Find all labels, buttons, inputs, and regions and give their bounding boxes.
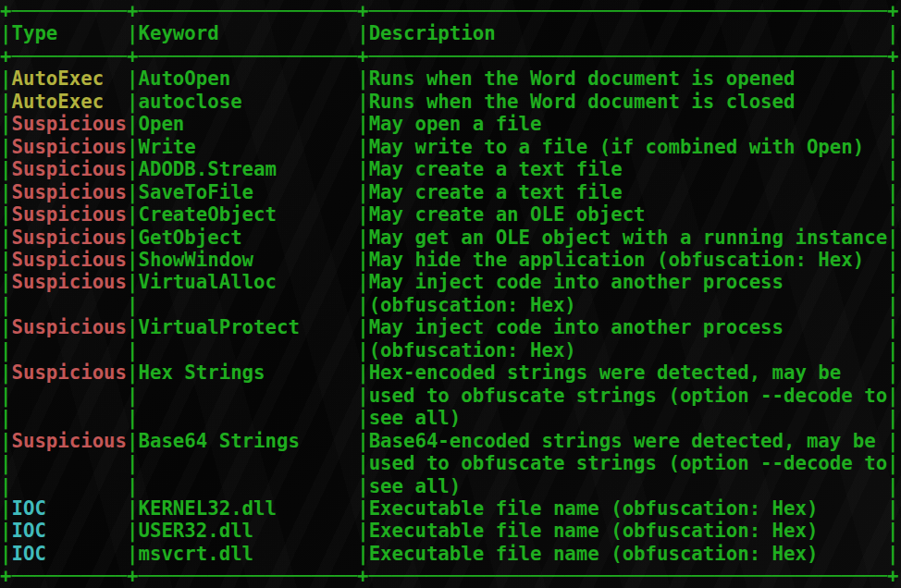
- table-border-pipe: |: [127, 158, 138, 180]
- table-border-pipe: |: [357, 22, 368, 44]
- cell-type: Suspicious: [11, 136, 127, 158]
- table-row: |Suspicious|Hex Strings |Hex-encoded str…: [0, 361, 899, 384]
- cell-type: Suspicious: [11, 271, 127, 293]
- table-border-pipe: |: [887, 361, 898, 384]
- table-border-pipe: |: [0, 339, 11, 361]
- table-border-pipe: |: [887, 249, 898, 271]
- cell-description: May open a file: [369, 113, 887, 135]
- table-border-pipe: |: [887, 316, 898, 338]
- table-border-pipe: |: [357, 181, 368, 203]
- table-border-pipe: |: [0, 430, 11, 452]
- table-border-line: +──────────+───────────────────+────────…: [0, 0, 898, 22]
- terminal-output: +──────────+───────────────────+────────…: [0, 0, 899, 588]
- cell-type: IOC: [11, 543, 127, 565]
- table-border-pipe: |: [127, 475, 138, 497]
- table-border-pipe: |: [0, 543, 11, 565]
- table-border-pipe: |: [887, 91, 898, 113]
- table-border-pipe: |: [357, 113, 368, 135]
- cell-description: Executable file name (obfuscation: Hex): [369, 543, 887, 565]
- table-border-pipe: |: [357, 543, 368, 565]
- table-border-pipe: |: [887, 271, 898, 293]
- cell-description: see all): [369, 475, 887, 497]
- cell-type: Suspicious: [11, 181, 127, 203]
- cell-keyword: Write: [139, 136, 358, 158]
- cell-keyword: [139, 407, 358, 429]
- cell-keyword: AutoOpen: [139, 67, 358, 90]
- table-row: | | |used to obfuscate strings (option -…: [0, 452, 899, 474]
- cell-type: [11, 339, 127, 361]
- cell-type: Suspicious: [11, 361, 127, 384]
- table-border-pipe: |: [127, 22, 138, 44]
- table-row: | | |see all) |: [0, 407, 899, 429]
- table-row: |AutoExec |AutoOpen |Runs when the Word …: [0, 67, 899, 90]
- table-border-pipe: |: [127, 520, 138, 542]
- cell-keyword: SaveToFile: [139, 181, 358, 203]
- table-row: | | |(obfuscation: Hex) |: [0, 294, 899, 316]
- table-border-pipe: |: [357, 385, 368, 407]
- table-border-pipe: |: [357, 339, 368, 361]
- table-border-pipe: |: [127, 113, 138, 135]
- table-row: |Suspicious|VirtualProtect |May inject c…: [0, 316, 899, 338]
- table-row: |Suspicious|CreateObject |May create an …: [0, 203, 899, 226]
- table-border-line: +──────────+───────────────────+────────…: [0, 565, 898, 587]
- table-border-pipe: |: [887, 294, 898, 316]
- cell-description: May inject code into another process: [369, 316, 887, 338]
- table-border-pipe: |: [887, 67, 898, 90]
- cell-type: [11, 294, 127, 316]
- cell-description: May create a text file: [369, 158, 887, 180]
- cell-type: Suspicious: [11, 227, 127, 249]
- table-border-pipe: |: [0, 497, 11, 520]
- table-border-line: +──────────+───────────────────+────────…: [0, 45, 898, 67]
- cell-keyword: Base64 Strings: [139, 430, 358, 452]
- table-row: |IOC |USER32.dll |Executable file name (…: [0, 520, 899, 542]
- table-border-pipe: |: [887, 203, 898, 226]
- table-border-pipe: |: [0, 249, 11, 271]
- table-border-pipe: |: [127, 407, 138, 429]
- table-border-pipe: |: [357, 249, 368, 271]
- table-border-pipe: |: [127, 271, 138, 293]
- terminal-screen[interactable]: +──────────+───────────────────+────────…: [0, 0, 901, 588]
- table-border-pipe: |: [0, 407, 11, 429]
- table-border-pipe: |: [357, 452, 368, 474]
- table-border-pipe: |: [127, 294, 138, 316]
- cell-description: Hex-encoded strings were detected, may b…: [369, 361, 887, 384]
- table-border-pipe: |: [357, 475, 368, 497]
- table-row: | | |(obfuscation: Hex) |: [0, 339, 899, 361]
- table-border-pipe: |: [127, 452, 138, 474]
- cell-keyword: VirtualAlloc: [139, 271, 358, 293]
- table-row: | | |see all) |: [0, 475, 899, 497]
- cell-description: May get an OLE object with a running ins…: [369, 227, 887, 249]
- table-border-pipe: |: [127, 543, 138, 565]
- table-border-pipe: |: [127, 181, 138, 203]
- table-border-pipe: |: [887, 158, 898, 180]
- table-border-row: +──────────+───────────────────+────────…: [0, 0, 899, 22]
- cell-description: see all): [369, 407, 887, 429]
- table-border-pipe: |: [0, 385, 11, 407]
- cell-description: May write to a file (if combined with Op…: [369, 136, 887, 158]
- table-border-pipe: |: [887, 136, 898, 158]
- cell-description: Base64-encoded strings were detected, ma…: [369, 430, 887, 452]
- table-border-row: +──────────+───────────────────+────────…: [0, 45, 899, 67]
- table-border-pipe: |: [0, 113, 11, 135]
- column-header-type: Type: [11, 22, 127, 44]
- table-border-pipe: |: [887, 113, 898, 135]
- table-border-pipe: |: [0, 181, 11, 203]
- table-border-pipe: |: [887, 497, 898, 520]
- cell-keyword: USER32.dll: [139, 520, 358, 542]
- cell-keyword: [139, 385, 358, 407]
- cell-keyword: Hex Strings: [139, 361, 358, 384]
- cell-description: used to obfuscate strings (option --deco…: [369, 385, 887, 407]
- cell-keyword: KERNEL32.dll: [139, 497, 358, 520]
- table-border-pipe: |: [357, 203, 368, 226]
- table-row: |Suspicious|GetObject |May get an OLE ob…: [0, 227, 899, 249]
- table-border-pipe: |: [127, 136, 138, 158]
- table-border-pipe: |: [357, 136, 368, 158]
- cell-type: Suspicious: [11, 158, 127, 180]
- table-border-pipe: |: [127, 91, 138, 113]
- table-border-pipe: |: [357, 294, 368, 316]
- table-border-pipe: |: [887, 385, 898, 407]
- table-border-row: +──────────+───────────────────+────────…: [0, 565, 899, 587]
- table-row: |IOC |msvcrt.dll |Executable file name (…: [0, 543, 899, 565]
- table-border-pipe: |: [357, 227, 368, 249]
- cell-keyword: [139, 339, 358, 361]
